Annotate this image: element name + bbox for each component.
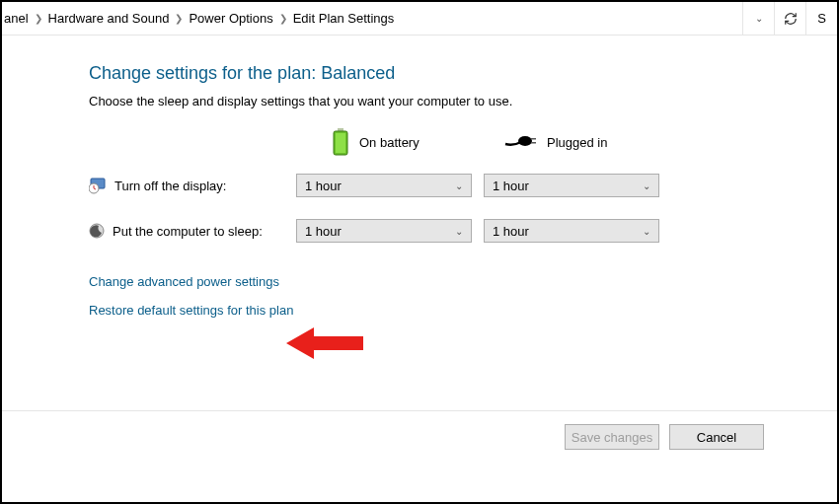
chevron-down-icon: ⌄ — [643, 226, 650, 237]
on-battery-header: On battery — [296, 128, 484, 156]
history-dropdown-button[interactable]: ⌄ — [742, 2, 774, 35]
change-advanced-link[interactable]: Change advanced power settings — [89, 274, 837, 289]
chevron-down-icon: ⌄ — [755, 13, 763, 24]
sleep-text: Put the computer to sleep: — [113, 224, 263, 239]
refresh-icon — [784, 12, 798, 26]
display-battery-value: 1 hour — [305, 179, 342, 193]
footer-buttons: Save changes Cancel — [565, 424, 764, 450]
search-icon: S — [817, 11, 826, 26]
sleep-battery-select[interactable]: 1 hour ⌄ — [296, 219, 472, 243]
breadcrumb-item-hardware[interactable]: Hardware and Sound — [48, 11, 170, 26]
svg-marker-9 — [286, 327, 363, 359]
refresh-button[interactable] — [774, 2, 805, 35]
turn-off-display-row: Turn off the display: 1 hour ⌄ 1 hour ⌄ — [89, 174, 837, 197]
plug-icon — [503, 134, 537, 150]
svg-point-3 — [518, 136, 532, 146]
chevron-down-icon: ⌄ — [455, 226, 463, 237]
breadcrumb-actions: ⌄ S — [742, 2, 837, 35]
breadcrumb-item-power[interactable]: Power Options — [189, 11, 272, 26]
cancel-button[interactable]: Cancel — [669, 424, 764, 450]
breadcrumb-item-panel[interactable]: anel — [4, 11, 29, 26]
page-subtitle: Choose the sleep and display settings th… — [89, 94, 837, 108]
display-battery-select[interactable]: 1 hour ⌄ — [296, 174, 472, 197]
monitor-clock-icon — [89, 177, 107, 194]
svg-rect-4 — [531, 138, 536, 140]
breadcrumb-bar: anel ❯ Hardware and Sound ❯ Power Option… — [2, 2, 837, 36]
search-button[interactable]: S — [805, 2, 837, 35]
plugged-in-header: Plugged in — [484, 134, 671, 150]
battery-icon — [332, 128, 349, 156]
breadcrumb: anel ❯ Hardware and Sound ❯ Power Option… — [4, 11, 742, 26]
links-block: Change advanced power settings Restore d… — [89, 274, 837, 318]
sleep-plugged-value: 1 hour — [493, 224, 529, 239]
moon-icon — [89, 223, 105, 239]
chevron-down-icon: ⌄ — [643, 180, 650, 191]
page-title: Change settings for the plan: Balanced — [89, 63, 837, 84]
breadcrumb-item-edit[interactable]: Edit Plan Settings — [293, 11, 395, 26]
svg-rect-5 — [531, 142, 536, 144]
sleep-battery-value: 1 hour — [305, 224, 342, 239]
chevron-right-icon: ❯ — [175, 13, 183, 24]
red-arrow-annotation — [286, 325, 365, 361]
turn-off-display-text: Turn off the display: — [114, 179, 226, 193]
on-battery-label: On battery — [359, 135, 420, 150]
plugged-in-label: Plugged in — [547, 135, 607, 150]
footer-separator — [2, 410, 837, 411]
sleep-row: Put the computer to sleep: 1 hour ⌄ 1 ho… — [89, 219, 837, 243]
chevron-down-icon: ⌄ — [455, 180, 463, 191]
turn-off-display-label: Turn off the display: — [89, 177, 296, 194]
display-plugged-value: 1 hour — [493, 179, 529, 193]
save-changes-button: Save changes — [565, 424, 659, 450]
chevron-right-icon: ❯ — [35, 13, 42, 24]
column-headers: On battery Plugged in — [89, 128, 837, 156]
sleep-label: Put the computer to sleep: — [89, 223, 296, 239]
sleep-plugged-select[interactable]: 1 hour ⌄ — [484, 219, 659, 243]
chevron-right-icon: ❯ — [279, 13, 287, 24]
display-plugged-select[interactable]: 1 hour ⌄ — [484, 174, 659, 197]
svg-rect-2 — [336, 133, 345, 153]
restore-defaults-link[interactable]: Restore default settings for this plan — [89, 303, 837, 318]
content: Change settings for the plan: Balanced C… — [2, 36, 837, 318]
